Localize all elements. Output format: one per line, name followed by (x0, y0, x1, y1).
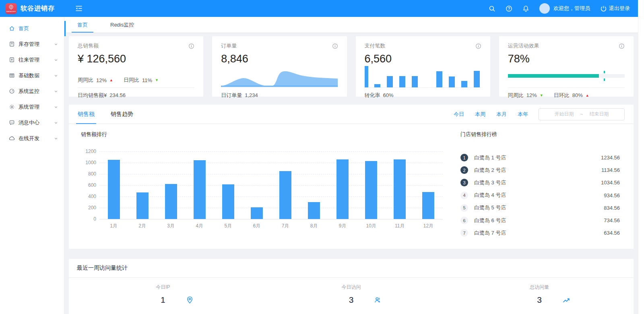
x-axis-label: 7月 (277, 223, 293, 229)
page-tab-0[interactable]: 首页 (75, 17, 90, 33)
sales-panel-body: 销售额排行 020040060080010001200 1月2月3月4月5月6月… (69, 124, 634, 239)
rank-badge: 5 (460, 204, 468, 212)
card-value: 78% (508, 52, 625, 66)
sidebar-item-message[interactable]: 消息中心 (0, 115, 64, 130)
quick-range-0[interactable]: 今日 (454, 111, 464, 118)
ranking-row: 7白鹭岛 7 号店634.56 (460, 227, 623, 239)
quick-range-3[interactable]: 本年 (518, 111, 528, 118)
avatar[interactable] (539, 3, 550, 14)
card-footer-value: 60% (383, 92, 394, 98)
bar-8月 (308, 202, 320, 219)
search-icon[interactable] (489, 5, 495, 12)
arrow-down-icon: ▼ (540, 93, 543, 97)
visits-panel-title: 最近一周访问量统计 (69, 259, 634, 278)
visit-stat-value: 3 (349, 295, 354, 304)
store-name: 白鹭岛 4 号店 (474, 192, 506, 199)
visit-stat-people: 今日访问3 (257, 284, 446, 305)
chart-x-axis-labels: 1月2月3月4月5月6月7月8月9月10月11月12月 (99, 223, 443, 229)
card-title: 订单量 (221, 42, 237, 50)
spark-bar (365, 66, 368, 87)
date-end-placeholder[interactable]: 结束日期 (590, 111, 609, 118)
ranking-row: 5白鹭岛 5 号店834.56 (460, 202, 623, 214)
sidebar-item-contacts[interactable]: 往来管理 (0, 52, 64, 68)
page-tab-1[interactable]: Redis监控 (108, 17, 136, 33)
quick-range-1[interactable]: 本周 (475, 111, 485, 118)
sidebar-item-monitor[interactable]: 系统监控 (0, 83, 64, 99)
bar-6月 (251, 207, 263, 219)
visit-stat-label: 今日访问 (342, 284, 361, 291)
chart-title: 销售额排行 (81, 131, 459, 138)
bar-7月 (279, 171, 291, 219)
trend-label: 周同比 (78, 76, 93, 84)
sidebar-nav: 首页库存管理往来管理基础数据系统监控系统管理消息中心在线开发 (0, 17, 64, 314)
store-sales-value: 934.56 (604, 192, 620, 198)
ranking-row: 6白鹭岛 6 号店734.56 (460, 214, 623, 227)
x-axis-label: 5月 (220, 223, 236, 229)
sidebar-item-inventory[interactable]: 库存管理 (0, 36, 64, 52)
spark-bar (387, 76, 393, 87)
arrow-up-icon: ▲ (109, 78, 113, 82)
store-ranking: 门店销售排行榜 1白鹭岛 1 号店1234.562白鹭岛 2 号店1134.56… (459, 131, 623, 239)
page-scrollbar[interactable] (638, 0, 644, 314)
ranking-row: 4白鹭岛 4 号店934.56 (460, 189, 623, 202)
top-header: MANAGER 软谷进销存 欢迎您，管理员 退出登 (0, 0, 638, 17)
x-axis-label: 3月 (163, 223, 179, 229)
card-footer-value: 234.56 (109, 92, 126, 98)
date-start-placeholder[interactable]: 开始日期 (554, 111, 574, 118)
help-icon[interactable] (506, 5, 512, 12)
bars-container (99, 151, 443, 219)
card-title: 支付笔数 (365, 42, 386, 50)
sidebar-item-cloud[interactable]: 在线开发 (0, 130, 64, 146)
store-name: 白鹭岛 6 号店 (474, 217, 506, 224)
order-sparkline-area (221, 66, 338, 87)
chevron-down-icon (54, 42, 58, 47)
spark-bar (399, 76, 405, 87)
user-menu[interactable]: 欢迎您，管理员 (539, 3, 590, 14)
notification-bell-icon[interactable] (522, 5, 529, 12)
bar-11月 (394, 159, 406, 219)
message-icon (9, 120, 15, 126)
spark-bar (412, 76, 418, 87)
app-logo[interactable]: MANAGER (6, 3, 17, 14)
y-axis-tick: 200 (81, 205, 96, 211)
logout-button[interactable]: 退出登录 (600, 5, 630, 12)
ranking-row: 3白鹭岛 3 号店1034.56 (460, 176, 623, 189)
trend-label: 同周比 (508, 92, 524, 99)
spark-bar (461, 81, 467, 87)
trend-value: 11% (142, 77, 152, 83)
sidebar-collapse-icon[interactable] (75, 5, 84, 12)
settings-icon (9, 104, 15, 110)
info-icon[interactable] (619, 43, 625, 49)
chevron-down-icon (54, 73, 58, 78)
date-range-picker[interactable]: 开始日期 ~ 结束日期 (539, 108, 625, 120)
y-axis-tick: 1200 (81, 149, 96, 154)
store-name: 白鹭岛 2 号店 (474, 167, 506, 174)
weekly-visits-panel: 最近一周访问量统计 今日IP1今日访问3总访问量3 (69, 259, 634, 314)
card-title: 运营活动效果 (508, 42, 539, 50)
home-icon (9, 25, 15, 31)
sidebar-item-home[interactable]: 首页 (0, 21, 64, 36)
sidebar-item-table[interactable]: 基础数据 (0, 68, 64, 83)
card-footer-value: 1,234 (245, 92, 258, 98)
y-axis-tick: 1000 (81, 160, 96, 165)
sales-tab-1[interactable]: 销售趋势 (111, 105, 133, 124)
quick-range-2[interactable]: 本月 (496, 111, 507, 118)
header-right-group: 欢迎您，管理员 退出登录 (489, 3, 638, 14)
info-icon[interactable] (188, 43, 194, 49)
spark-bar (474, 71, 480, 87)
sidebar-item-settings[interactable]: 系统管理 (0, 99, 64, 115)
chevron-down-icon (54, 136, 58, 141)
stat-cards-row: 总销售额 ¥ 126,560 周同比12%▲日同比11%▼ 日均销售额¥ 234… (69, 36, 634, 97)
bar-4月 (194, 160, 206, 219)
chevron-down-icon (54, 89, 58, 94)
info-icon[interactable] (332, 43, 338, 49)
info-icon[interactable] (475, 43, 481, 49)
date-quick-links: 今日本周本月本年 (454, 111, 528, 118)
app-title: 软谷进销存 (21, 4, 55, 13)
sales-bar-chart[interactable]: 销售额排行 020040060080010001200 1月2月3月4月5月6月… (81, 131, 459, 239)
y-axis-tick: 0 (81, 216, 96, 222)
y-axis-tick: 400 (81, 194, 96, 199)
sales-tab-0[interactable]: 销售额 (78, 105, 95, 124)
x-axis-label: 6月 (249, 223, 265, 229)
ranking-list: 1白鹭岛 1 号店1234.562白鹭岛 2 号店1134.563白鹭岛 3 号… (460, 151, 623, 239)
